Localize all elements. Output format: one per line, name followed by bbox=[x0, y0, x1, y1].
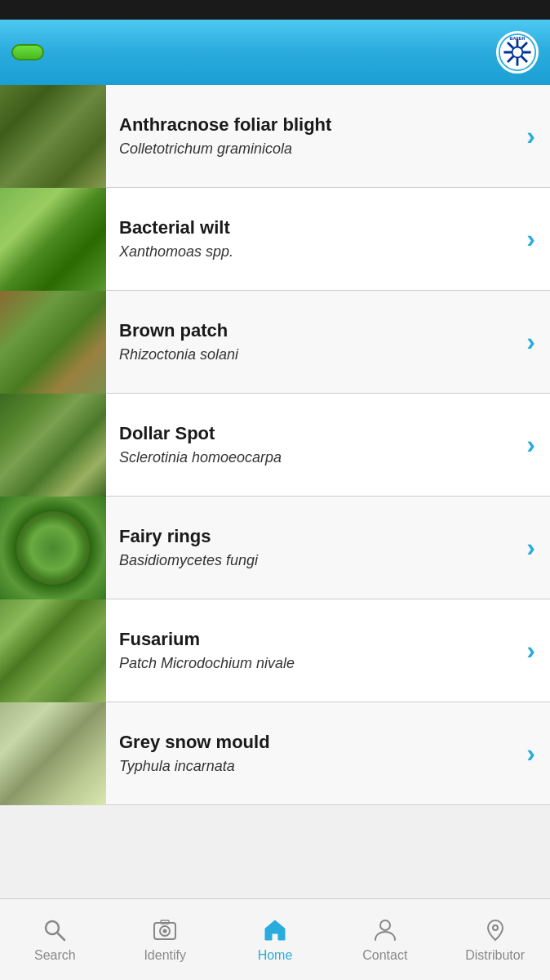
disease-scientific-grey-snow-mould: Typhula incarnata bbox=[119, 758, 513, 775]
disease-thumbnail-bacterial-wilt bbox=[0, 188, 106, 291]
disease-thumbnail-brown-patch bbox=[0, 291, 106, 394]
svg-text:BAYER: BAYER bbox=[510, 36, 526, 41]
disease-item-bacterial-wilt[interactable]: Bacterial wilt Xanthomoas spp. › bbox=[0, 188, 550, 291]
disease-info-fusarium: Fusarium Patch Microdochium nivale bbox=[106, 629, 526, 672]
disease-info-fairy-rings: Fairy rings Basidiomycetes fungi bbox=[106, 526, 526, 569]
disease-thumbnail-fusarium bbox=[0, 599, 106, 702]
chevron-icon-bacterial-wilt: › bbox=[526, 224, 550, 254]
disease-item-dollar-spot[interactable]: Dollar Spot Sclerotinia homoeocarpa › bbox=[0, 394, 550, 497]
disease-thumbnail-grey-snow-mould bbox=[0, 702, 106, 805]
disease-thumbnail-fairy-rings bbox=[0, 497, 106, 599]
disease-item-anthracnose[interactable]: Anthracnose foliar blight Colletotrichum… bbox=[0, 85, 550, 188]
disease-info-dollar-spot: Dollar Spot Sclerotinia homoeocarpa bbox=[106, 423, 526, 466]
disease-info-brown-patch: Brown patch Rhizoctonia solani bbox=[106, 320, 526, 363]
tab-identify[interactable]: Identify bbox=[110, 899, 220, 980]
chevron-icon-fairy-rings: › bbox=[526, 532, 550, 563]
bayer-logo: BAYER bbox=[496, 31, 539, 74]
tab-bar: Search Identify Home Contact Distributor bbox=[0, 898, 550, 980]
disease-name-brown-patch: Brown patch bbox=[119, 320, 513, 341]
tab-home-label: Home bbox=[258, 948, 293, 963]
disease-name-bacterial-wilt: Bacterial wilt bbox=[119, 217, 513, 238]
back-button[interactable] bbox=[11, 44, 44, 60]
disease-scientific-dollar-spot: Sclerotinia homoeocarpa bbox=[119, 449, 513, 466]
status-bar bbox=[0, 0, 550, 20]
disease-item-fusarium[interactable]: Fusarium Patch Microdochium nivale › bbox=[0, 599, 550, 702]
disease-name-fairy-rings: Fairy rings bbox=[119, 526, 513, 547]
disease-thumbnail-anthracnose bbox=[0, 85, 106, 188]
tab-home[interactable]: Home bbox=[220, 899, 330, 980]
header: BAYER bbox=[0, 20, 550, 85]
disease-info-anthracnose: Anthracnose foliar blight Colletotrichum… bbox=[106, 114, 526, 158]
tab-search[interactable]: Search bbox=[0, 899, 110, 980]
svg-point-13 bbox=[380, 920, 390, 930]
disease-name-fusarium: Fusarium bbox=[119, 629, 513, 650]
chevron-icon-anthracnose: › bbox=[526, 121, 550, 151]
disease-scientific-bacterial-wilt: Xanthomoas spp. bbox=[119, 243, 513, 261]
disease-item-fairy-rings[interactable]: Fairy rings Basidiomycetes fungi › bbox=[0, 497, 550, 599]
svg-point-11 bbox=[163, 929, 167, 933]
tab-identify-label: Identify bbox=[144, 948, 186, 963]
disease-info-bacterial-wilt: Bacterial wilt Xanthomoas spp. bbox=[106, 217, 526, 261]
chevron-icon-grey-snow-mould: › bbox=[526, 738, 550, 768]
disease-info-grey-snow-mould: Grey snow mould Typhula incarnata bbox=[106, 732, 526, 775]
disease-name-dollar-spot: Dollar Spot bbox=[119, 423, 513, 444]
disease-thumbnail-dollar-spot bbox=[0, 394, 106, 497]
chevron-icon-brown-patch: › bbox=[526, 327, 550, 357]
disease-item-brown-patch[interactable]: Brown patch Rhizoctonia solani › bbox=[0, 291, 550, 394]
svg-line-8 bbox=[57, 933, 64, 940]
disease-name-anthracnose: Anthracnose foliar blight bbox=[119, 114, 513, 136]
disease-scientific-fairy-rings: Basidiomycetes fungi bbox=[119, 552, 513, 569]
chevron-icon-fusarium: › bbox=[526, 635, 550, 666]
svg-point-14 bbox=[493, 925, 498, 930]
disease-scientific-brown-patch: Rhizoctonia solani bbox=[119, 346, 513, 363]
disease-scientific-anthracnose: Colletotrichum graminicola bbox=[119, 140, 513, 158]
disease-name-grey-snow-mould: Grey snow mould bbox=[119, 732, 513, 753]
tab-distributor-label: Distributor bbox=[465, 948, 525, 963]
tab-contact[interactable]: Contact bbox=[330, 899, 440, 980]
disease-scientific-fusarium: Patch Microdochium nivale bbox=[119, 655, 513, 672]
tab-distributor[interactable]: Distributor bbox=[440, 899, 550, 980]
tab-contact-label: Contact bbox=[362, 948, 407, 963]
disease-item-grey-snow-mould[interactable]: Grey snow mould Typhula incarnata › bbox=[0, 702, 550, 805]
tab-search-label: Search bbox=[34, 948, 76, 963]
chevron-icon-dollar-spot: › bbox=[526, 430, 550, 460]
disease-list: Anthracnose foliar blight Colletotrichum… bbox=[0, 85, 550, 898]
svg-point-5 bbox=[512, 47, 523, 58]
